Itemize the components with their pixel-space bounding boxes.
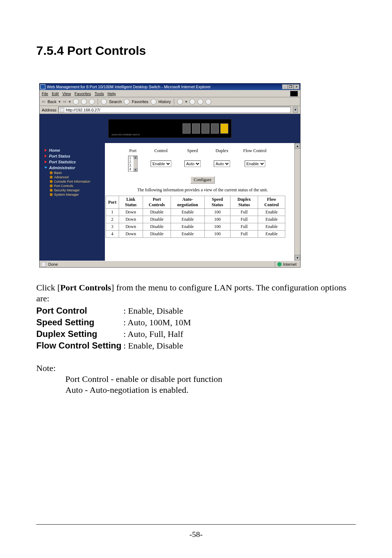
back-label[interactable]: Back [48,99,56,104]
controls-form: Port Control Speed Duplex Flow Control 1… [122,148,273,172]
section-heading: 7.5.4 Port Controls [36,44,356,58]
th-flow: Flow Control [258,196,285,209]
port-listbox[interactable]: 1 2 3 4 ▲▼ [128,156,138,172]
configure-button[interactable]: Configure [190,176,215,184]
setting-label: Flow Control Setting [36,340,123,352]
sidebar-sub-label: Security Manager [54,188,80,192]
menu-edit[interactable]: Edit [52,91,59,96]
gear-icon [50,176,53,179]
status-text: Done [48,262,58,266]
ie-window: Web Management for 8 Port 10/100M Intell… [39,83,301,268]
close-button[interactable]: × [294,84,299,89]
control-select[interactable]: Enable [151,160,171,167]
setting-value: : Auto, Full, Half [123,329,192,340]
menu-tools[interactable]: Tools [95,91,104,96]
edit-icon[interactable] [197,99,203,105]
scroll-up-icon[interactable]: ▲ [134,156,137,159]
nav-sidebar: Home Port Status Port Statistics Adminis… [40,143,105,261]
arrow-icon [44,167,47,169]
sidebar-sub-label: Advanced [54,175,69,179]
arrow-icon [45,149,47,152]
favorites-icon[interactable] [124,99,130,105]
port-jack-icon [201,123,209,134]
listbox-scrollbar[interactable]: ▲▼ [134,156,137,171]
ie-content: 10/100 FAST ETHERNET SWITCH Home [40,114,300,261]
mail-dropdown-icon[interactable]: ▾ [185,99,187,104]
search-icon[interactable] [101,99,107,105]
sidebar-sub-port-controls[interactable]: Port Controls [40,184,105,188]
arrow-icon [45,160,47,163]
sidebar-sub-label: System Manager [54,193,79,196]
speed-select[interactable]: Auto [184,160,201,167]
flow-select[interactable]: Enable [245,160,265,167]
address-input[interactable]: http://192.168.0.27/ [58,107,291,113]
port-jack-icon [192,123,200,134]
home-icon[interactable] [89,99,95,105]
gear-icon [50,193,53,196]
th-duplex: Duplex Status [230,196,258,209]
info-text: The following information provides a vie… [105,187,300,193]
sidebar-item-port-statistics[interactable]: Port Statistics [40,159,105,165]
sidebar-sub-label: Basic [54,171,62,175]
menu-favorites[interactable]: Favorites [74,91,91,96]
address-label: Address [42,108,56,112]
print-icon[interactable] [189,99,195,105]
port-jack-icon [220,123,228,134]
sidebar-sub-basic[interactable]: Basic [40,171,105,175]
col-speed: Speed [178,148,207,156]
history-label[interactable]: History [159,99,171,104]
arrow-icon [45,155,47,158]
address-dropdown-icon[interactable]: ▼ [293,107,298,113]
setting-value: : Auto, 100M, 10M [123,317,192,329]
mail-icon[interactable] [177,99,183,105]
sidebar-item-label: Administrator [49,166,75,170]
th-controls: Port Controls [143,196,171,209]
forward-button[interactable]: ⇨ [63,99,66,104]
sidebar-sub-label: Port Controls [54,184,73,188]
stop-icon[interactable] [73,99,79,105]
table-row: 2DownDisableEnable100FullEnable [106,216,285,223]
forward-dropdown-icon[interactable]: ▾ [69,99,71,104]
toolbar-separator [98,98,98,105]
search-label[interactable]: Search [109,99,122,104]
window-title: Web Management for 8 Port 10/100M Intell… [47,85,282,89]
sidebar-sub-security-manager[interactable]: Security Manager [40,188,105,192]
sidebar-item-home[interactable]: Home [40,147,105,153]
minimize-button[interactable]: _ [282,84,288,89]
th-link: Link Status [119,196,143,209]
menu-file[interactable]: File [42,91,48,96]
setting-label: Speed Setting [36,317,123,329]
setting-value: : Enable, Disable [123,340,192,352]
history-icon[interactable] [151,99,156,105]
duplex-select[interactable]: Auto [214,160,230,167]
main-pane: Port Control Speed Duplex Flow Control 1… [105,143,300,261]
sidebar-item-port-status[interactable]: Port Status [40,153,105,159]
scroll-up-icon[interactable]: ▲ [295,143,300,149]
ie-throbber-icon [290,91,298,97]
back-dropdown-icon[interactable]: ▾ [58,99,61,104]
port-jack-icon [183,123,191,134]
sidebar-item-administrator[interactable]: Administrator [40,165,105,171]
refresh-icon[interactable] [81,99,87,105]
toolbar-separator [174,98,174,105]
maximize-button[interactable]: ❐ [288,84,294,89]
scroll-down-icon[interactable]: ▼ [295,255,300,261]
menu-view[interactable]: View [62,91,71,96]
ie-toolbar: ⇦ Back ▾ ⇨ ▾ Search Favorites History ▾ [40,97,300,106]
th-speed: Speed Status [204,196,230,209]
favorites-label[interactable]: Favorites [132,99,148,104]
table-row: 4DownDisableEnable100FullEnable [106,231,285,238]
ie-addressbar: Address http://192.168.0.27/ ▼ [40,106,300,114]
ie-titlebar: Web Management for 8 Port 10/100M Intell… [40,84,300,90]
vertical-scrollbar[interactable]: ▲ ▼ [294,143,300,261]
back-button[interactable]: ⇦ [42,99,45,104]
sidebar-sub-console-port-info[interactable]: Console Port Information [40,179,105,184]
col-duplex: Duplex [207,148,237,156]
note-block: Note: Port Control - enable or disable p… [36,363,356,395]
sidebar-sub-system-manager[interactable]: System Manager [40,192,105,197]
discuss-icon[interactable] [205,99,211,105]
menu-help[interactable]: Help [107,91,116,96]
note-line: Port Control - enable or disable port fu… [36,374,356,384]
sidebar-sub-advanced[interactable]: Advanced [40,175,105,179]
scroll-down-icon[interactable]: ▼ [134,168,137,171]
